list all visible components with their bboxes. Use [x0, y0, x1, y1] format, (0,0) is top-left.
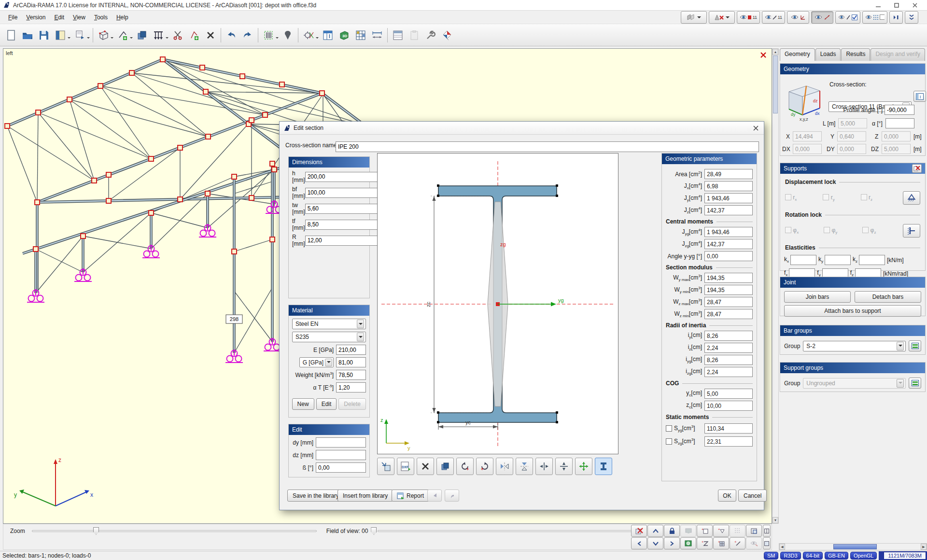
close-button[interactable] [906, 0, 924, 10]
display-style-dropdown[interactable] [681, 11, 707, 24]
elasticity-input[interactable] [790, 255, 816, 265]
maximize-button[interactable] [887, 0, 906, 10]
zoom-slider-thumb[interactable] [93, 527, 99, 535]
viewport-layout-button[interactable] [763, 525, 771, 537]
save-in-library-button[interactable]: Save in the library [287, 490, 344, 502]
grid-view-button[interactable] [352, 27, 369, 44]
draw-bar-button[interactable] [114, 27, 131, 44]
hide-objects-dropdown[interactable] [709, 11, 735, 24]
menu-item[interactable]: View [69, 12, 90, 23]
redo-button[interactable] [239, 27, 256, 44]
zoom-window-button[interactable] [746, 525, 762, 537]
status-badge[interactable]: SM [764, 552, 779, 560]
move-to-origin-button[interactable] [575, 458, 592, 475]
attach-bars-to-support-button[interactable]: Attach bars to support [784, 305, 921, 317]
split-bar-button[interactable] [186, 27, 202, 44]
menu-item[interactable]: Version [22, 12, 50, 23]
mirror-horizontal-button[interactable] [496, 458, 513, 475]
show-axes-button[interactable] [787, 11, 809, 24]
rotate-cw-button[interactable]: + [476, 458, 493, 475]
project-manager-button[interactable] [52, 27, 69, 44]
print-caret[interactable] [87, 37, 90, 40]
add-support-view-button[interactable]: + [713, 525, 729, 537]
kite-tool-button[interactable] [439, 27, 455, 44]
scrollbar-thumb[interactable] [773, 56, 778, 113]
menu-item[interactable]: File [4, 12, 22, 23]
join-bars-button[interactable]: Join bars [784, 291, 851, 303]
elasticity-input[interactable] [859, 255, 885, 265]
tab-geometry[interactable]: Geometry [780, 48, 815, 61]
copy-bars-button[interactable] [134, 27, 150, 44]
dimension-input[interactable] [305, 236, 385, 246]
profile-angle-input[interactable] [885, 105, 914, 115]
ok-button[interactable]: OK [718, 490, 736, 502]
bar-group-select[interactable]: S-2 [803, 341, 906, 351]
fit-view-button[interactable] [680, 537, 696, 549]
edit-offset-input[interactable] [316, 437, 366, 448]
g-modulus-select[interactable]: G [GPa] [299, 357, 334, 367]
pan-left-button[interactable] [631, 537, 647, 549]
cross-section-list-button[interactable]: I [913, 91, 926, 102]
status-badge[interactable]: OpenGL [850, 552, 877, 560]
static-moment-checkbox[interactable] [666, 425, 672, 432]
minimize-button[interactable] [869, 0, 887, 10]
new-project-button[interactable] [3, 27, 19, 44]
material-grade-select[interactable]: S235 [292, 332, 366, 342]
bar-groups-manage-button[interactable] [909, 340, 921, 351]
menu-item[interactable]: Edit [50, 12, 69, 23]
detach-bars-button[interactable]: Detach bars [855, 291, 921, 303]
edit-offset-input[interactable] [316, 462, 366, 473]
collapse-toolbar-button[interactable] [889, 11, 903, 24]
add-mesh-button[interactable]: + [713, 537, 729, 549]
project-manager-caret[interactable] [68, 37, 70, 40]
show-dimensions-button[interactable] [811, 11, 833, 24]
fixed-support-button[interactable] [903, 224, 920, 238]
close-viewport-icon[interactable] [760, 52, 767, 58]
scrollbar-thumb[interactable] [833, 544, 877, 549]
weight-input[interactable] [336, 370, 366, 380]
show-section-numbers-button[interactable]: 11 [737, 11, 760, 24]
align-vertical-button[interactable] [555, 458, 573, 475]
draw-bar-caret[interactable] [130, 37, 133, 40]
new-frame-3d-button[interactable] [95, 27, 112, 44]
viewport-single-button[interactable] [763, 537, 771, 549]
dxf-export-button[interactable]: DXF [397, 458, 414, 475]
dimension-input[interactable] [305, 188, 385, 198]
pan-right-button[interactable] [664, 537, 680, 549]
dimension-input[interactable] [305, 204, 385, 214]
elasticity-input[interactable] [825, 255, 851, 265]
loads-caret[interactable] [166, 37, 169, 40]
pan-down-button[interactable] [647, 537, 663, 549]
report-button[interactable]: Report [392, 490, 429, 502]
material-edit-button[interactable]: Edit [316, 398, 337, 410]
thermal-expansion-input[interactable] [336, 382, 366, 392]
tab-loads[interactable]: Loads [815, 48, 841, 61]
support-groups-manage-button[interactable] [909, 378, 921, 389]
more-toolbars-button[interactable] [905, 11, 918, 24]
copy-shape-button[interactable] [436, 458, 454, 475]
results-table-button[interactable]: I [320, 27, 336, 44]
static-moment-checkbox[interactable] [666, 438, 672, 445]
e-modulus-input[interactable] [336, 345, 366, 355]
print-button[interactable] [71, 27, 88, 44]
frame-caret[interactable] [111, 37, 113, 40]
scroll-down-icon[interactable]: ▼ [772, 517, 778, 523]
section-display-caret[interactable] [276, 37, 279, 40]
report-table-button[interactable] [390, 27, 406, 44]
show-grid-button[interactable] [862, 11, 887, 24]
scroll-right-icon[interactable]: ▶ [921, 544, 927, 550]
scroll-up-icon[interactable]: ▲ [772, 49, 778, 55]
status-badge[interactable]: R3D3 [780, 552, 801, 560]
section-display-button[interactable] [260, 27, 277, 44]
add-node-view-button[interactable]: + [697, 525, 713, 537]
rotate-ccw-button[interactable]: + [456, 458, 474, 475]
undo-button[interactable] [223, 27, 239, 44]
cut-button[interactable] [169, 27, 186, 44]
bar-dimensions-button[interactable] [369, 27, 385, 44]
save-button[interactable] [36, 27, 52, 44]
scroll-left-icon[interactable]: ◀ [779, 544, 785, 550]
dimension-input[interactable] [305, 220, 385, 230]
delete-button[interactable] [202, 27, 219, 44]
zoom-slider-track[interactable] [32, 530, 317, 532]
dimension-input[interactable] [305, 172, 385, 182]
